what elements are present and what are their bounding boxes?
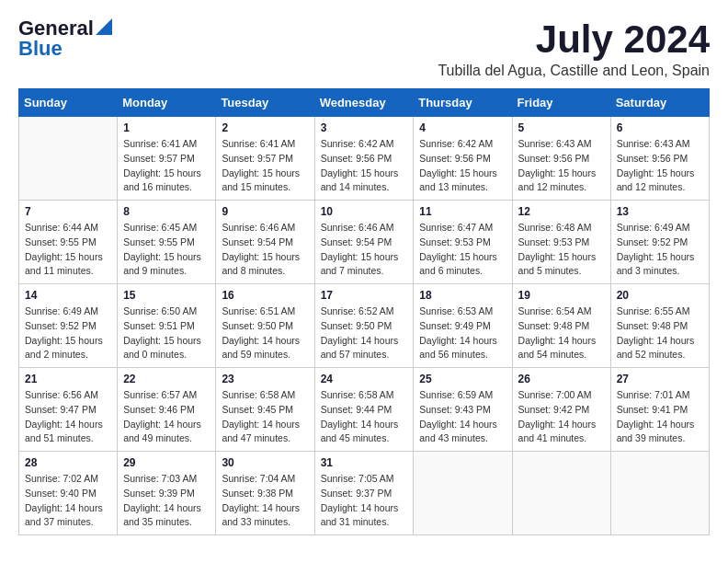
calendar-header-wednesday: Wednesday [314, 89, 414, 117]
calendar-day-cell: 6Sunrise: 6:43 AM Sunset: 9:56 PM Daylig… [610, 117, 709, 201]
calendar-day-cell [610, 452, 709, 535]
day-info: Sunrise: 6:55 AM Sunset: 9:48 PM Dayligh… [617, 304, 703, 362]
calendar-week-row: 28Sunrise: 7:02 AM Sunset: 9:40 PM Dayli… [19, 452, 710, 535]
calendar-day-cell: 5Sunrise: 6:43 AM Sunset: 9:56 PM Daylig… [512, 117, 610, 201]
location-title: Tubilla del Agua, Castille and Leon, Spa… [438, 63, 710, 79]
day-info: Sunrise: 6:58 AM Sunset: 9:44 PM Dayligh… [321, 388, 408, 446]
calendar-day-cell: 17Sunrise: 6:52 AM Sunset: 9:50 PM Dayli… [314, 284, 414, 368]
calendar-day-cell: 15Sunrise: 6:50 AM Sunset: 9:51 PM Dayli… [118, 284, 216, 368]
calendar-day-cell: 30Sunrise: 7:04 AM Sunset: 9:38 PM Dayli… [216, 452, 314, 535]
day-number: 19 [518, 289, 605, 302]
day-info: Sunrise: 6:50 AM Sunset: 9:51 PM Dayligh… [123, 304, 210, 362]
calendar-day-cell: 24Sunrise: 6:58 AM Sunset: 9:44 PM Dayli… [314, 368, 414, 452]
calendar-day-cell [414, 452, 512, 535]
day-number: 28 [25, 456, 111, 469]
day-number: 9 [222, 205, 308, 218]
calendar-day-cell: 31Sunrise: 7:05 AM Sunset: 9:37 PM Dayli… [314, 452, 414, 535]
day-info: Sunrise: 6:49 AM Sunset: 9:52 PM Dayligh… [25, 304, 111, 362]
calendar-week-row: 21Sunrise: 6:56 AM Sunset: 9:47 PM Dayli… [19, 368, 710, 452]
day-info: Sunrise: 7:05 AM Sunset: 9:37 PM Dayligh… [321, 472, 408, 530]
calendar-day-cell: 22Sunrise: 6:57 AM Sunset: 9:46 PM Dayli… [118, 368, 216, 452]
day-number: 22 [123, 373, 210, 385]
day-number: 17 [321, 289, 408, 302]
calendar-header-saturday: Saturday [610, 89, 709, 117]
day-info: Sunrise: 6:54 AM Sunset: 9:48 PM Dayligh… [518, 304, 605, 362]
day-number: 1 [123, 121, 210, 134]
day-info: Sunrise: 6:42 AM Sunset: 9:56 PM Dayligh… [419, 137, 506, 195]
calendar-day-cell: 16Sunrise: 6:51 AM Sunset: 9:50 PM Dayli… [216, 284, 314, 368]
calendar-week-row: 1Sunrise: 6:41 AM Sunset: 9:57 PM Daylig… [19, 117, 710, 201]
calendar-table: SundayMondayTuesdayWednesdayThursdayFrid… [18, 88, 710, 535]
calendar-day-cell: 19Sunrise: 6:54 AM Sunset: 9:48 PM Dayli… [512, 284, 610, 368]
day-info: Sunrise: 7:00 AM Sunset: 9:42 PM Dayligh… [518, 388, 605, 446]
calendar-day-cell: 26Sunrise: 7:00 AM Sunset: 9:42 PM Dayli… [512, 368, 610, 452]
day-number: 27 [617, 373, 703, 385]
calendar-header-friday: Friday [512, 89, 610, 117]
day-number: 23 [222, 373, 308, 385]
day-info: Sunrise: 6:56 AM Sunset: 9:47 PM Dayligh… [25, 388, 111, 446]
day-info: Sunrise: 6:43 AM Sunset: 9:56 PM Dayligh… [518, 137, 605, 195]
calendar-day-cell: 28Sunrise: 7:02 AM Sunset: 9:40 PM Dayli… [19, 452, 118, 535]
day-info: Sunrise: 6:57 AM Sunset: 9:46 PM Dayligh… [123, 388, 210, 446]
month-title: July 2024 [438, 18, 710, 61]
day-number: 30 [222, 456, 308, 469]
day-number: 3 [321, 121, 408, 134]
day-number: 7 [25, 205, 111, 218]
calendar-day-cell: 13Sunrise: 6:49 AM Sunset: 9:52 PM Dayli… [610, 201, 709, 284]
day-info: Sunrise: 6:46 AM Sunset: 9:54 PM Dayligh… [321, 221, 408, 279]
day-number: 2 [222, 121, 308, 134]
title-section: July 2024 Tubilla del Agua, Castille and… [438, 18, 710, 79]
calendar-day-cell: 1Sunrise: 6:41 AM Sunset: 9:57 PM Daylig… [118, 117, 216, 201]
calendar-header-thursday: Thursday [414, 89, 512, 117]
day-info: Sunrise: 6:44 AM Sunset: 9:55 PM Dayligh… [25, 221, 111, 279]
day-number: 31 [321, 456, 408, 469]
day-number: 11 [419, 205, 506, 218]
calendar-day-cell: 9Sunrise: 6:46 AM Sunset: 9:54 PM Daylig… [216, 201, 314, 284]
svg-marker-0 [96, 18, 112, 35]
day-info: Sunrise: 6:43 AM Sunset: 9:56 PM Dayligh… [617, 137, 703, 195]
calendar-day-cell: 8Sunrise: 6:45 AM Sunset: 9:55 PM Daylig… [118, 201, 216, 284]
calendar-day-cell: 23Sunrise: 6:58 AM Sunset: 9:45 PM Dayli… [216, 368, 314, 452]
day-number: 18 [419, 289, 506, 302]
calendar-day-cell [512, 452, 610, 535]
day-number: 24 [321, 373, 408, 385]
calendar-day-cell: 27Sunrise: 7:01 AM Sunset: 9:41 PM Dayli… [610, 368, 709, 452]
logo: General Blue [18, 18, 112, 59]
calendar-day-cell: 14Sunrise: 6:49 AM Sunset: 9:52 PM Dayli… [19, 284, 118, 368]
calendar-day-cell: 7Sunrise: 6:44 AM Sunset: 9:55 PM Daylig… [19, 201, 118, 284]
calendar-day-cell: 11Sunrise: 6:47 AM Sunset: 9:53 PM Dayli… [414, 201, 512, 284]
day-number: 13 [617, 205, 703, 218]
calendar-day-cell: 10Sunrise: 6:46 AM Sunset: 9:54 PM Dayli… [314, 201, 414, 284]
day-info: Sunrise: 6:59 AM Sunset: 9:43 PM Dayligh… [419, 388, 506, 446]
day-info: Sunrise: 6:52 AM Sunset: 9:50 PM Dayligh… [321, 304, 408, 362]
calendar-day-cell: 3Sunrise: 6:42 AM Sunset: 9:56 PM Daylig… [314, 117, 414, 201]
day-info: Sunrise: 6:46 AM Sunset: 9:54 PM Dayligh… [222, 221, 308, 279]
calendar-day-cell: 21Sunrise: 6:56 AM Sunset: 9:47 PM Dayli… [19, 368, 118, 452]
day-number: 15 [123, 289, 210, 302]
day-info: Sunrise: 7:01 AM Sunset: 9:41 PM Dayligh… [617, 388, 703, 446]
logo-blue-text: Blue [18, 39, 63, 59]
calendar-week-row: 7Sunrise: 6:44 AM Sunset: 9:55 PM Daylig… [19, 201, 710, 284]
day-info: Sunrise: 6:45 AM Sunset: 9:55 PM Dayligh… [123, 221, 210, 279]
day-info: Sunrise: 7:02 AM Sunset: 9:40 PM Dayligh… [25, 472, 111, 530]
calendar-day-cell [19, 117, 118, 201]
day-number: 26 [518, 373, 605, 385]
page-header: General Blue July 2024 Tubilla del Agua,… [18, 18, 710, 79]
calendar-header-monday: Monday [118, 89, 216, 117]
day-number: 6 [617, 121, 703, 134]
day-number: 29 [123, 456, 210, 469]
day-number: 25 [419, 373, 506, 385]
calendar-day-cell: 18Sunrise: 6:53 AM Sunset: 9:49 PM Dayli… [414, 284, 512, 368]
day-info: Sunrise: 7:03 AM Sunset: 9:39 PM Dayligh… [123, 472, 210, 530]
calendar-header-sunday: Sunday [19, 89, 118, 117]
calendar-day-cell: 12Sunrise: 6:48 AM Sunset: 9:53 PM Dayli… [512, 201, 610, 284]
day-info: Sunrise: 7:04 AM Sunset: 9:38 PM Dayligh… [222, 472, 308, 530]
calendar-day-cell: 2Sunrise: 6:41 AM Sunset: 9:57 PM Daylig… [216, 117, 314, 201]
day-info: Sunrise: 6:53 AM Sunset: 9:49 PM Dayligh… [419, 304, 506, 362]
calendar-day-cell: 29Sunrise: 7:03 AM Sunset: 9:39 PM Dayli… [118, 452, 216, 535]
day-info: Sunrise: 6:41 AM Sunset: 9:57 PM Dayligh… [222, 137, 308, 195]
day-info: Sunrise: 6:58 AM Sunset: 9:45 PM Dayligh… [222, 388, 308, 446]
calendar-header-row: SundayMondayTuesdayWednesdayThursdayFrid… [19, 89, 710, 117]
calendar-week-row: 14Sunrise: 6:49 AM Sunset: 9:52 PM Dayli… [19, 284, 710, 368]
day-info: Sunrise: 6:48 AM Sunset: 9:53 PM Dayligh… [518, 221, 605, 279]
